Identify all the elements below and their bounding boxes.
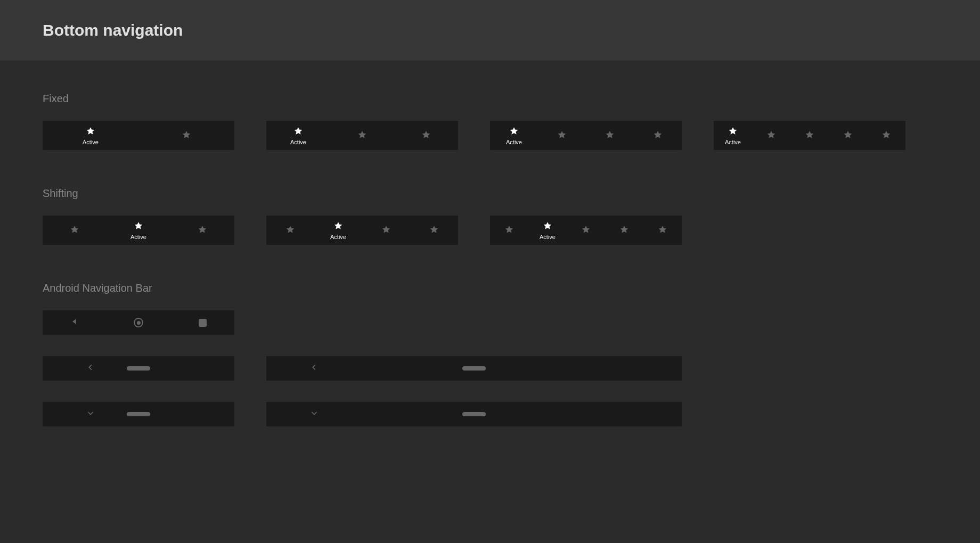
nav-collapse-button[interactable] [43,402,138,426]
chevron-down-icon [86,409,95,419]
star-icon [653,130,663,142]
star-icon [357,130,367,142]
star-icon [381,225,391,236]
nav-item[interactable] [752,130,790,142]
nav-item-active[interactable]: Active [43,126,138,145]
android-nav-bar-3button [43,310,234,335]
nav-item[interactable] [586,130,634,142]
nav-item[interactable] [266,225,314,236]
section-label-fixed: Fixed [43,93,937,105]
nav-item[interactable] [605,225,643,236]
android-nav-bar-gesture-left-small [43,356,234,381]
nav-item[interactable] [829,130,867,142]
nav-item-label: Active [506,139,522,145]
bottom-nav-shifting-3: Active [43,216,234,245]
nav-item-label: Active [290,139,306,145]
nav-item[interactable] [170,225,234,236]
nav-pill-icon[interactable] [462,366,486,371]
android-nav-bar-gesture-down-small [43,402,234,426]
star-icon [881,130,891,142]
nav-item-label: Active [540,234,556,240]
nav-item-label: Active [130,234,146,240]
section-label-android: Android Navigation Bar [43,282,937,294]
nav-item[interactable] [643,225,682,236]
bottom-nav-fixed-4: Active [490,121,682,150]
nav-item[interactable] [867,130,905,142]
star-icon [843,130,853,142]
nav-item[interactable] [567,225,605,236]
android-row-gesture-left [43,356,937,381]
star-icon [285,225,295,236]
star-icon [805,130,814,142]
star-icon [581,225,591,236]
shifting-row: Active Active Active [43,216,937,245]
nav-back-button[interactable] [43,317,107,328]
nav-item-active[interactable]: Active [714,126,752,145]
star-icon [658,225,667,236]
star-icon [728,126,738,138]
page-header: Bottom navigation [0,0,980,61]
nav-item[interactable] [362,225,410,236]
nav-item[interactable] [634,130,682,142]
nav-item-label: Active [330,234,346,240]
star-icon [421,130,431,142]
nav-item-label: Active [83,139,99,145]
star-icon [543,221,552,233]
section-label-shifting: Shifting [43,187,937,200]
bottom-nav-shifting-4: Active [266,216,458,245]
star-icon [619,225,629,236]
chevron-left-icon [86,363,95,374]
android-row-3button [43,310,937,335]
nav-item[interactable] [138,130,234,142]
nav-pill-icon[interactable] [462,412,486,416]
nav-collapse-button[interactable] [266,402,362,426]
star-icon [509,126,519,138]
bottom-nav-shifting-5: Active [490,216,682,245]
star-icon [429,225,439,236]
nav-home-circle-icon [134,318,143,327]
nav-item[interactable] [394,130,458,142]
nav-home-button[interactable] [107,318,170,327]
nav-item-active[interactable]: Active [490,126,538,145]
content-area: Fixed Active Active [0,61,980,480]
star-icon [70,225,79,236]
chevron-left-icon [310,363,318,374]
fixed-row: Active Active Active [43,121,937,150]
nav-recent-button[interactable] [170,319,234,327]
bottom-nav-fixed-2: Active [43,121,234,150]
star-icon [605,130,615,142]
star-icon [198,225,207,236]
nav-item-active[interactable]: Active [107,221,170,240]
star-icon [134,221,143,233]
bottom-nav-fixed-3: Active [266,121,458,150]
nav-back-triangle-icon [70,317,79,328]
page-title: Bottom navigation [43,21,980,39]
star-icon [766,130,776,142]
android-nav-bar-gesture-down-large [266,402,682,426]
star-icon [504,225,514,236]
nav-item-active[interactable]: Active [266,126,330,145]
nav-item[interactable] [790,130,829,142]
bottom-nav-fixed-5: Active [714,121,905,150]
nav-item[interactable] [43,225,107,236]
star-icon [333,221,343,233]
star-icon [557,130,567,142]
nav-back-button[interactable] [43,356,138,381]
android-nav-bar-gesture-left-large [266,356,682,381]
star-icon [293,126,303,138]
nav-item[interactable] [410,225,458,236]
nav-item[interactable] [330,130,394,142]
nav-item[interactable] [538,130,586,142]
nav-recent-square-icon [199,319,207,327]
nav-item-active[interactable]: Active [528,221,567,240]
star-icon [86,126,95,138]
nav-back-button[interactable] [266,356,362,381]
nav-item-label: Active [725,139,741,145]
nav-item[interactable] [490,225,528,236]
chevron-down-icon [310,409,318,419]
star-icon [182,130,191,142]
android-row-gesture-down [43,402,937,426]
nav-item-active[interactable]: Active [314,221,362,240]
